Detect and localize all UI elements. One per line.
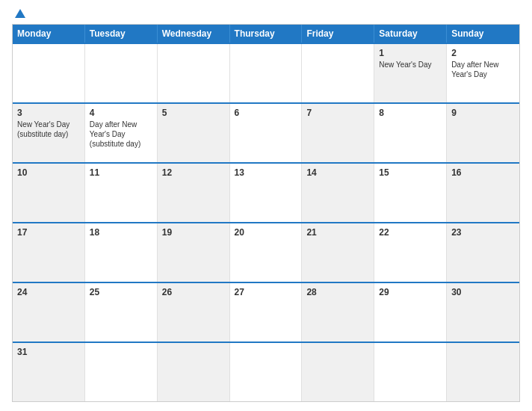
calendar-cell: 27 <box>230 283 303 342</box>
calendar-cell: 13 <box>230 164 303 222</box>
calendar-row: 10111213141516 <box>13 162 519 222</box>
event-label: Day after New Year's Day <box>451 61 498 78</box>
day-number: 13 <box>235 167 297 178</box>
day-number: 15 <box>379 167 442 178</box>
calendar-header-cell: Sunday <box>447 25 519 43</box>
calendar-cell <box>447 343 519 401</box>
day-number: 9 <box>451 108 515 118</box>
calendar-row: 3New Year's Day (substitute day)4Day aft… <box>13 102 519 162</box>
calendar-cell: 3New Year's Day (substitute day) <box>13 104 85 162</box>
calendar-row: 1New Year's Day2Day after New Year's Day <box>13 43 519 102</box>
calendar-cell: 20 <box>230 223 303 282</box>
calendar-cell <box>302 343 374 401</box>
logo-triangle-icon <box>15 9 25 18</box>
calendar-header-cell: Wednesday <box>158 25 230 43</box>
day-number: 28 <box>306 287 369 297</box>
day-number: 19 <box>162 227 225 238</box>
day-number: 11 <box>90 167 152 178</box>
calendar-cell: 29 <box>374 283 447 342</box>
day-number: 8 <box>379 108 442 118</box>
calendar-row: 31 <box>13 342 519 401</box>
day-number: 22 <box>379 227 442 238</box>
calendar-cell: 4Day after New Year's Day (substitute da… <box>85 104 158 162</box>
calendar-header-cell: Monday <box>13 25 85 43</box>
calendar-cell: 19 <box>158 223 230 282</box>
calendar-cell: 6 <box>230 104 303 162</box>
day-number: 5 <box>162 108 225 118</box>
calendar-body: 1New Year's Day2Day after New Year's Day… <box>13 43 519 401</box>
calendar-cell: 31 <box>13 343 85 401</box>
calendar-cell: 23 <box>447 223 519 282</box>
event-label: New Year's Day (substitute day) <box>17 120 69 138</box>
calendar-header-row: MondayTuesdayWednesdayThursdayFridaySatu… <box>13 25 519 43</box>
calendar-cell <box>374 343 447 401</box>
calendar-cell: 8 <box>374 104 447 162</box>
calendar-cell: 12 <box>158 164 230 222</box>
calendar-cell: 7 <box>302 104 374 162</box>
calendar-row: 24252627282930 <box>13 282 519 342</box>
calendar-row: 17181920212223 <box>13 222 519 282</box>
event-label: New Year's Day <box>379 61 431 69</box>
day-number: 25 <box>90 287 152 297</box>
calendar-header-cell: Tuesday <box>85 25 158 43</box>
day-number: 7 <box>306 108 369 118</box>
day-number: 6 <box>235 108 297 118</box>
calendar-cell <box>230 343 303 401</box>
day-number: 3 <box>17 108 80 118</box>
calendar-cell: 15 <box>374 164 447 222</box>
day-number: 2 <box>451 48 515 58</box>
day-number: 31 <box>17 347 80 357</box>
calendar-cell: 22 <box>374 223 447 282</box>
day-number: 27 <box>235 287 297 297</box>
day-number: 29 <box>379 287 442 297</box>
day-number: 20 <box>235 227 297 238</box>
calendar: MondayTuesdayWednesdayThursdayFridaySatu… <box>12 24 520 402</box>
calendar-cell: 11 <box>85 164 158 222</box>
day-number: 1 <box>379 48 442 58</box>
calendar-cell: 24 <box>13 283 85 342</box>
calendar-cell <box>13 44 85 102</box>
header <box>12 9 520 18</box>
page: MondayTuesdayWednesdayThursdayFridaySatu… <box>0 0 532 411</box>
calendar-cell <box>230 44 303 102</box>
calendar-cell: 1New Year's Day <box>374 44 447 102</box>
day-number: 4 <box>90 108 152 118</box>
calendar-cell: 17 <box>13 223 85 282</box>
calendar-cell <box>302 44 374 102</box>
event-label: Day after New Year's Day (substitute day… <box>90 120 140 148</box>
day-number: 18 <box>90 227 152 238</box>
calendar-cell: 5 <box>158 104 230 162</box>
day-number: 26 <box>162 287 225 297</box>
calendar-cell: 26 <box>158 283 230 342</box>
calendar-header-cell: Friday <box>302 25 374 43</box>
calendar-cell: 28 <box>302 283 374 342</box>
calendar-cell <box>85 44 158 102</box>
calendar-cell <box>85 343 158 401</box>
calendar-cell: 10 <box>13 164 85 222</box>
calendar-cell: 30 <box>447 283 519 342</box>
calendar-cell <box>158 343 230 401</box>
day-number: 24 <box>17 287 80 297</box>
day-number: 14 <box>306 167 369 178</box>
calendar-header-cell: Thursday <box>230 25 303 43</box>
calendar-cell <box>158 44 230 102</box>
calendar-cell: 9 <box>447 104 519 162</box>
calendar-cell: 18 <box>85 223 158 282</box>
day-number: 17 <box>17 227 80 238</box>
calendar-header-cell: Saturday <box>374 25 447 43</box>
day-number: 21 <box>306 227 369 238</box>
calendar-cell: 21 <box>302 223 374 282</box>
logo <box>12 9 25 18</box>
calendar-cell: 2Day after New Year's Day <box>447 44 519 102</box>
calendar-cell: 14 <box>302 164 374 222</box>
day-number: 10 <box>17 167 80 178</box>
calendar-cell: 16 <box>447 164 519 222</box>
day-number: 30 <box>451 287 515 297</box>
day-number: 12 <box>162 167 225 178</box>
day-number: 23 <box>451 227 515 238</box>
calendar-cell: 25 <box>85 283 158 342</box>
day-number: 16 <box>451 167 515 178</box>
